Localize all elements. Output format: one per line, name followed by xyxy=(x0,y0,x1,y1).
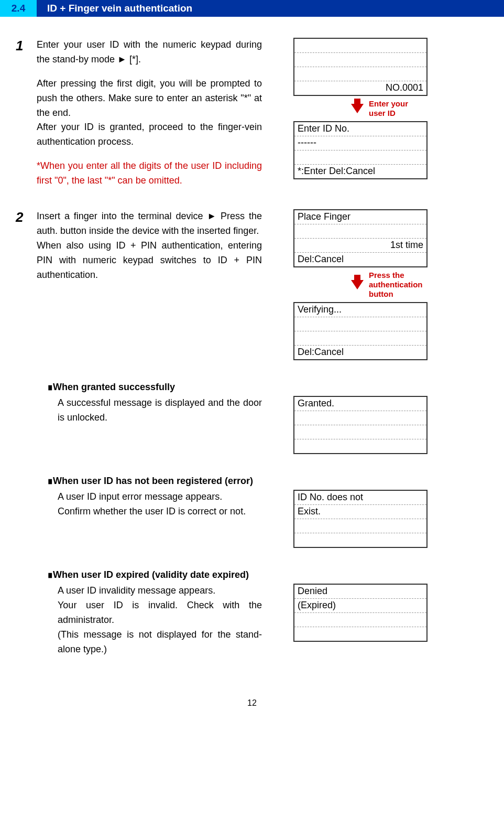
section-number: 2.4 xyxy=(0,0,37,17)
notreg-body2: Confirm whether the user ID is correct o… xyxy=(47,504,262,519)
granted-body: A successful message is displayed and th… xyxy=(47,396,262,425)
expired-body2: Your user ID is invalid. Check with the … xyxy=(47,598,262,628)
step1-para3: After your ID is granted, proceed to the… xyxy=(37,120,262,149)
expired-r4 xyxy=(294,627,426,641)
step-1-side: NO.0001 Enter your user ID Enter ID No. … xyxy=(262,38,488,188)
expired-text: A user ID invalidity message appears. Yo… xyxy=(47,584,262,656)
expired-body1: A user ID invalidity message appears. xyxy=(47,584,262,598)
arrow-enter-id-label: Enter your user ID xyxy=(369,99,425,118)
granted-r4 xyxy=(294,439,426,453)
granted-head: ∎When granted successfully xyxy=(47,381,488,393)
display-verifying: Verifying... Del:Cancel xyxy=(293,302,428,360)
granted-r2 xyxy=(294,411,426,425)
display-expired: Denied (Expired) xyxy=(293,584,428,642)
step1-para1: Enter your user ID with the numeric keyp… xyxy=(37,38,262,67)
display-place-finger: Place Finger 1st time Del:Cancel xyxy=(293,209,428,267)
granted-r1: Granted. xyxy=(294,397,426,411)
enterid-row3 xyxy=(294,150,426,165)
step-number-2: 2 xyxy=(16,209,37,360)
section-header: 2.4 ID + Finger vein authentication xyxy=(0,0,504,17)
verify-row2 xyxy=(294,317,426,331)
standby-row1 xyxy=(294,39,426,53)
step-2-side: Place Finger 1st time Del:Cancel Press t… xyxy=(262,209,488,360)
enterid-row4: *:Enter Del:Cancel xyxy=(294,165,426,178)
step-2-row: 2 Insert a finger into the terminal devi… xyxy=(16,209,488,360)
expired-r2: (Expired) xyxy=(294,599,426,613)
verify-row3 xyxy=(294,331,426,346)
subsection-granted: ∎When granted successfully A successful … xyxy=(47,381,488,454)
subsection-expired: ∎When user ID expired (validity date exp… xyxy=(47,569,488,656)
arrow-enter-id-container: Enter your user ID xyxy=(293,99,425,118)
section-title: ID + Finger vein authentication xyxy=(37,0,504,17)
content-area: 1 Enter your user ID with the numeric ke… xyxy=(0,38,504,729)
granted-text: A successful message is displayed and th… xyxy=(47,396,262,454)
step-1-row: 1 Enter your user ID with the numeric ke… xyxy=(16,38,488,188)
expired-r3 xyxy=(294,613,426,627)
granted-r3 xyxy=(294,425,426,439)
standby-row2 xyxy=(294,53,426,67)
step1-para2: After pressing the first digit, you will… xyxy=(37,77,262,121)
arrow-press-auth-label: Press the authentication button xyxy=(369,271,425,299)
place-row4: Del:Cancel xyxy=(294,253,426,266)
place-row3: 1st time xyxy=(294,239,426,253)
expired-head: ∎When user ID expired (validity date exp… xyxy=(47,569,488,580)
arrow2-line2: authentication button xyxy=(369,280,423,298)
step-2-text: Insert a finger into the terminal device… xyxy=(37,209,262,360)
notreg-r3 xyxy=(294,519,426,533)
place-row1: Place Finger xyxy=(294,210,426,224)
arrow-down-icon xyxy=(351,104,364,113)
subsection-not-registered: ∎When user ID has not been registered (e… xyxy=(47,475,488,548)
step-1-text: Enter your user ID with the numeric keyp… xyxy=(37,38,262,188)
display-enter-id: Enter ID No. ------ *:Enter Del:Cancel xyxy=(293,121,428,179)
arrow-down-icon xyxy=(351,280,364,289)
display-not-exist: ID No. does not Exist. xyxy=(293,490,428,548)
notreg-r1: ID No. does not xyxy=(294,491,426,505)
arrow-press-auth-container: Press the authentication button xyxy=(293,271,425,299)
page-number: 12 xyxy=(16,698,488,708)
display-standby: NO.0001 xyxy=(293,38,428,96)
granted-side: Granted. xyxy=(262,396,488,454)
standby-row4: NO.0001 xyxy=(294,81,426,95)
notreg-body1: A user ID input error message appears. xyxy=(47,490,262,504)
notreg-r2: Exist. xyxy=(294,505,426,519)
step1-note: *When you enter all the digits of the us… xyxy=(37,159,262,188)
notreg-r4 xyxy=(294,533,426,547)
expired-side: Denied (Expired) xyxy=(262,584,488,656)
enterid-row1: Enter ID No. xyxy=(294,122,426,136)
verify-row4: Del:Cancel xyxy=(294,346,426,359)
place-row2 xyxy=(294,224,426,239)
step2-para1: Insert a finger into the terminal device… xyxy=(37,209,262,239)
display-granted: Granted. xyxy=(293,396,428,454)
expired-r1: Denied xyxy=(294,585,426,599)
notreg-side: ID No. does not Exist. xyxy=(262,490,488,548)
arrow2-line1: Press the xyxy=(369,271,404,279)
notreg-text: A user ID input error message appears. C… xyxy=(47,490,262,548)
step2-para2: When also using ID + PIN authentication,… xyxy=(37,239,262,283)
enterid-row2: ------ xyxy=(294,136,426,150)
verify-row1: Verifying... xyxy=(294,303,426,317)
expired-body3: (This message is not displayed for the s… xyxy=(47,628,262,657)
step-number-1: 1 xyxy=(16,38,37,188)
standby-row3 xyxy=(294,67,426,81)
notreg-head: ∎When user ID has not been registered (e… xyxy=(47,475,488,487)
